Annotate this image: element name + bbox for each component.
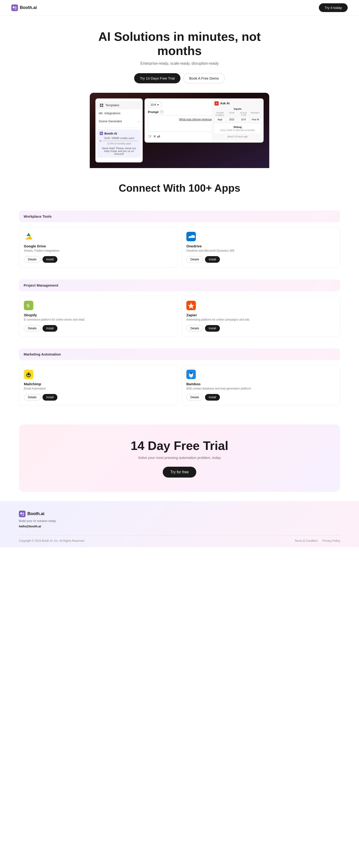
app-card-0-0: Google DriveSheets, Folders Integrations… bbox=[19, 227, 178, 268]
install-button[interactable]: Install bbox=[42, 256, 57, 263]
right-panel: A Ask AI Inputs TICKER SYMBOL YEAR FILIN… bbox=[212, 98, 264, 141]
svg-rect-14 bbox=[101, 133, 102, 134]
app-desc: Sheets, Folders Integrations bbox=[24, 249, 173, 252]
year-cell: 2023 bbox=[226, 117, 237, 122]
brand-logo[interactable]: Booth.ai bbox=[11, 4, 37, 11]
app-card-1-0: S ShopifyE-commerce platform for online … bbox=[19, 296, 178, 337]
app-desc: Onedrive and Microsoft Dynamics 365 bbox=[186, 249, 335, 252]
install-button[interactable]: Install bbox=[205, 394, 220, 401]
app-name: Google Drive bbox=[24, 244, 173, 248]
details-button[interactable]: Details bbox=[186, 256, 203, 263]
trial-button[interactable]: Try 14 Days Free Trial bbox=[134, 73, 180, 83]
svg-text:S: S bbox=[27, 303, 30, 309]
info-icon: ? bbox=[160, 110, 163, 114]
svg-rect-7 bbox=[100, 105, 101, 107]
svg-rect-3 bbox=[13, 8, 14, 9]
integrations-label: Integrations bbox=[104, 112, 120, 115]
prompt-cell: How M bbox=[250, 117, 261, 122]
credits-bar bbox=[100, 141, 139, 142]
svg-rect-15 bbox=[100, 134, 101, 134]
svg-rect-13 bbox=[100, 133, 101, 134]
trial-subtitle: Solve your most pressing automation prob… bbox=[28, 456, 331, 460]
debug-sub: (only visible to @booth.ai emails) bbox=[216, 129, 259, 131]
copyright: Copyright © 2024 Booth AI, Inc. All Righ… bbox=[19, 539, 85, 542]
time-ago: about 14 hours ago bbox=[214, 135, 261, 138]
sidebar-item-templates[interactable]: Templates bbox=[96, 101, 142, 109]
svg-rect-8 bbox=[102, 105, 103, 107]
details-button[interactable]: Details bbox=[186, 394, 203, 401]
inputs-title: Inputs bbox=[214, 107, 261, 110]
details-button[interactable]: Details bbox=[186, 325, 203, 332]
inputs-table: TICKER SYMBOL YEAR FILING TYPE PROMPT Aa… bbox=[214, 112, 261, 122]
category-section-0: Workplace Tools Google DriveSheets, Fold… bbox=[0, 208, 359, 277]
share-icon: ⇄ bbox=[157, 134, 160, 138]
hero-screenshot: Templates Integrations Scene Generator › bbox=[90, 93, 269, 168]
install-button[interactable]: Install bbox=[42, 394, 57, 401]
filing-cell: 10-K bbox=[238, 117, 249, 122]
svg-rect-5 bbox=[100, 104, 101, 105]
svg-rect-4 bbox=[15, 8, 17, 9]
ask-ai-dot: A bbox=[214, 101, 219, 105]
svg-rect-2 bbox=[15, 6, 17, 8]
app-card-0-1: OnedriveOnedrive and Microsoft Dynamics … bbox=[181, 227, 340, 268]
svg-point-31 bbox=[29, 373, 30, 374]
category-section-2: Marketing Automation MailchimpEmail Auto… bbox=[0, 346, 359, 415]
install-button[interactable]: Install bbox=[205, 256, 220, 263]
filing-select[interactable]: 10-K ▾ bbox=[148, 102, 161, 108]
app-sidebar: Templates Integrations Scene Generator › bbox=[95, 98, 143, 162]
install-button[interactable]: Install bbox=[205, 325, 220, 332]
debug-section: Debug (only visible to @booth.ai emails) bbox=[214, 124, 261, 133]
svg-rect-36 bbox=[20, 515, 22, 516]
details-button[interactable]: Details bbox=[24, 325, 41, 332]
svg-point-10 bbox=[101, 113, 102, 114]
app-actions: DetailsInstall bbox=[186, 394, 335, 401]
apps-grid-0: Google DriveSheets, Folders Integrations… bbox=[19, 227, 340, 268]
apps-grid-1: S ShopifyE-commerce platform for online … bbox=[19, 296, 340, 337]
app-actions: DetailsInstall bbox=[24, 394, 173, 401]
details-button[interactable]: Details bbox=[24, 256, 41, 263]
nav-try-button[interactable]: Try it today bbox=[319, 3, 348, 12]
app-actions: DetailsInstall bbox=[186, 325, 335, 332]
app-desc: Email Automation bbox=[24, 387, 173, 390]
hero-title: AI Solutions in minutes, not months bbox=[97, 30, 262, 58]
sidebar-item-scene[interactable]: Scene Generator › bbox=[95, 117, 143, 125]
terms-link[interactable]: Terms & Condition bbox=[295, 539, 318, 542]
svg-rect-1 bbox=[13, 6, 14, 8]
hero-subtitle: Enterprise-ready, scale-ready, disruptio… bbox=[5, 61, 354, 66]
sidebar-item-integrations[interactable]: Integrations bbox=[95, 109, 143, 117]
app-actions: DetailsInstall bbox=[24, 256, 173, 263]
booth-ai-title: Booth AI bbox=[100, 132, 139, 135]
booth-ai-icon bbox=[100, 132, 103, 135]
app-card-1-1: ZapierAdvertising platform for online ca… bbox=[181, 296, 340, 337]
app-actions: DetailsInstall bbox=[24, 325, 173, 332]
svg-rect-12 bbox=[100, 132, 103, 135]
app-logo-google-drive bbox=[24, 232, 33, 241]
list-icon: ≡ bbox=[153, 134, 156, 138]
footer-links: Terms & Condition Privacy Policy bbox=[295, 539, 340, 542]
apps-grid-2: MailchimpEmail AutomationDetailsInstall … bbox=[19, 365, 340, 406]
categories-container: Workplace Tools Google DriveSheets, Fold… bbox=[0, 208, 359, 415]
app-name: Zapier bbox=[186, 313, 335, 317]
connect-title: Connect With 100+ Apps bbox=[19, 182, 340, 194]
privacy-link[interactable]: Privacy Policy bbox=[322, 539, 340, 542]
category-header-0: Workplace Tools bbox=[19, 211, 340, 222]
app-card-2-1: BambooB2B contact database and lead gene… bbox=[181, 365, 340, 406]
install-button[interactable]: Install bbox=[42, 325, 57, 332]
svg-rect-16 bbox=[101, 134, 102, 134]
booth-ai-panel: Booth AI 3140 / 99999 credits used 3.14%… bbox=[97, 129, 141, 158]
debug-title: Debug bbox=[216, 126, 259, 128]
svg-rect-35 bbox=[23, 513, 24, 514]
svg-rect-33 bbox=[19, 510, 26, 517]
footer-logo: Booth.ai bbox=[19, 510, 340, 517]
details-button[interactable]: Details bbox=[24, 394, 41, 401]
app-logo-shopify: S bbox=[24, 301, 33, 310]
app-desc: Advertising platform for online campaign… bbox=[186, 318, 335, 321]
demo-button[interactable]: Book A Free Demo bbox=[183, 73, 225, 83]
templates-label: Templates bbox=[105, 103, 119, 107]
svg-marker-18 bbox=[27, 233, 30, 236]
try-for-free-button[interactable]: Try for free bbox=[163, 467, 196, 477]
svg-point-9 bbox=[99, 113, 100, 114]
ticker-cell: Aapl bbox=[214, 117, 225, 122]
app-card-2-0: MailchimpEmail AutomationDetailsInstall bbox=[19, 365, 178, 406]
app-logo-bamboo bbox=[186, 370, 196, 379]
